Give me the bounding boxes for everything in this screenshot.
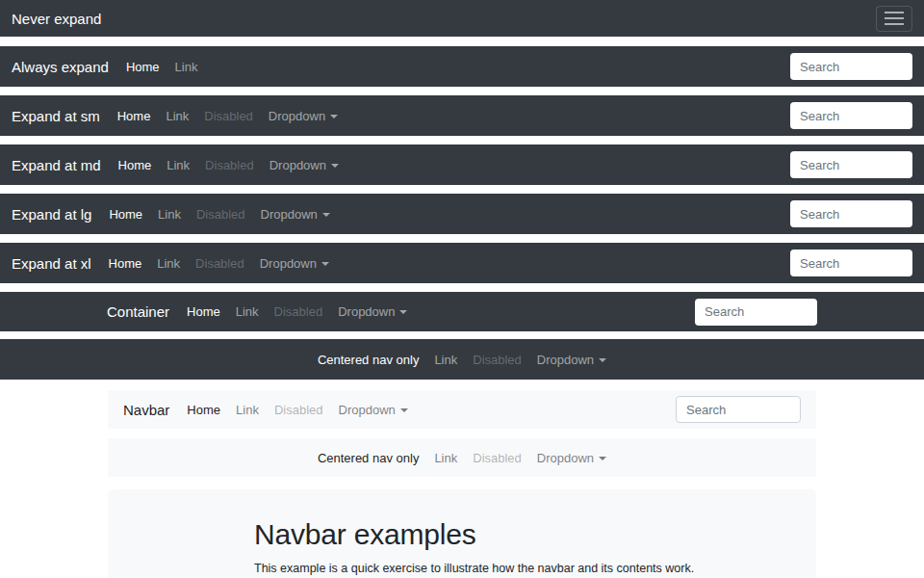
search-input[interactable] xyxy=(790,250,912,276)
jumbotron: Navbar examples This example is a quick … xyxy=(108,489,816,578)
nav-link-disabled: Disabled xyxy=(465,353,529,367)
chevron-down-icon xyxy=(399,310,407,314)
navbar-container: Container Home Link Disabled Dropdown xyxy=(0,292,924,331)
nav-list: Home Link Disabled Dropdown xyxy=(179,304,415,319)
nav-link-disabled: Disabled xyxy=(189,207,253,222)
nav-dropdown-toggle[interactable]: Dropdown xyxy=(529,353,614,367)
navbar-toggler-button[interactable] xyxy=(876,6,912,32)
chevron-down-icon xyxy=(599,358,606,362)
nav-link-home[interactable]: Home xyxy=(179,403,228,417)
chevron-down-icon xyxy=(321,262,329,266)
nav-dropdown-toggle[interactable]: Dropdown xyxy=(331,403,416,417)
chevron-down-icon xyxy=(331,164,339,168)
nav-list: Home Link Disabled Dropdown xyxy=(179,403,415,417)
nav-dropdown-toggle[interactable]: Dropdown xyxy=(529,451,614,465)
nav-list: Centered nav only Link Disabled Dropdown xyxy=(310,451,614,465)
search-input[interactable] xyxy=(790,200,912,227)
brand-expand-sm[interactable]: Expand at sm xyxy=(12,108,100,124)
nav-link-home[interactable]: Home xyxy=(101,207,150,222)
brand-always-expand[interactable]: Always expand xyxy=(12,59,109,75)
brand-navbar[interactable]: Navbar xyxy=(123,402,169,418)
nav-link-disabled: Disabled xyxy=(267,403,331,417)
nav-list: Home Link Disabled Dropdown xyxy=(111,158,346,172)
nav-link-home[interactable]: Home xyxy=(118,60,167,74)
chevron-down-icon xyxy=(330,115,338,118)
navbar-expand-md: Expand at md Home Link Disabled Dropdown xyxy=(0,144,924,185)
brand-container[interactable]: Container xyxy=(107,303,169,320)
nav-link-disabled: Disabled xyxy=(188,256,252,271)
nav-link-link[interactable]: Link xyxy=(228,403,267,417)
search-input[interactable] xyxy=(790,53,912,80)
nav-link-link[interactable]: Link xyxy=(150,207,189,222)
nav-list: Home Link Disabled Dropdown xyxy=(110,109,346,123)
nav-link-home[interactable]: Home xyxy=(111,158,160,172)
chevron-down-icon xyxy=(322,213,330,217)
nav-dropdown-toggle[interactable]: Dropdown xyxy=(253,207,338,222)
navbar-centered-dark: Centered nav only Link Disabled Dropdown xyxy=(0,339,924,380)
nav-link-disabled: Disabled xyxy=(197,158,262,172)
brand-expand-lg[interactable]: Expand at lg xyxy=(12,206,91,223)
chevron-down-icon xyxy=(400,408,408,412)
nav-link-disabled: Disabled xyxy=(196,109,261,123)
nav-link-disabled: Disabled xyxy=(267,304,331,319)
search-input[interactable] xyxy=(790,151,912,178)
nav-link-home[interactable]: Home xyxy=(179,304,228,319)
intro-paragraph: This example is a quick exercise to illu… xyxy=(254,560,706,578)
search-input[interactable] xyxy=(695,299,817,326)
nav-dropdown-toggle[interactable]: Dropdown xyxy=(330,304,415,319)
nav-link-home[interactable]: Home xyxy=(101,256,150,271)
nav-list: Home Link xyxy=(118,60,206,74)
chevron-down-icon xyxy=(599,457,606,460)
navbar-container-inner: Container Home Link Disabled Dropdown xyxy=(107,299,817,326)
navbar-never-expand: Never expand xyxy=(0,0,924,37)
nav-link-link[interactable]: Link xyxy=(228,304,267,319)
nav-link-link[interactable]: Link xyxy=(426,353,465,367)
search-input[interactable] xyxy=(676,396,801,423)
nav-dropdown-toggle[interactable]: Dropdown xyxy=(252,256,337,271)
navbar-centered-light: Centered nav only Link Disabled Dropdown xyxy=(108,438,816,477)
nav-link-centered-nav-only[interactable]: Centered nav only xyxy=(310,451,427,465)
nav-link-link[interactable]: Link xyxy=(149,256,188,271)
navbar-expand-lg: Expand at lg Home Link Disabled Dropdown xyxy=(0,194,924,234)
navbar-light: Navbar Home Link Disabled Dropdown xyxy=(108,390,816,429)
nav-link-disabled: Disabled xyxy=(465,451,529,465)
navbar-expand-xl: Expand at xl Home Link Disabled Dropdown xyxy=(0,243,924,283)
nav-list: Centered nav only Link Disabled Dropdown xyxy=(310,353,614,367)
nav-list: Home Link Disabled Dropdown xyxy=(101,256,337,271)
nav-link-link[interactable]: Link xyxy=(426,451,465,465)
nav-link-link[interactable]: Link xyxy=(159,158,197,172)
nav-link-link[interactable]: Link xyxy=(167,60,206,74)
nav-link-home[interactable]: Home xyxy=(110,109,159,123)
nav-link-centered-nav-only[interactable]: Centered nav only xyxy=(310,353,427,367)
page-title: Navbar examples xyxy=(254,518,706,551)
content-column: Navbar examples This example is a quick … xyxy=(254,518,706,578)
nav-dropdown-toggle[interactable]: Dropdown xyxy=(261,109,346,123)
navbar-expand-sm: Expand at sm Home Link Disabled Dropdown xyxy=(0,95,924,136)
nav-dropdown-toggle[interactable]: Dropdown xyxy=(262,158,346,172)
nav-list: Home Link Disabled Dropdown xyxy=(101,207,337,222)
nav-link-link[interactable]: Link xyxy=(158,109,196,123)
hamburger-icon xyxy=(885,12,904,13)
brand-expand-md[interactable]: Expand at md xyxy=(12,157,101,173)
brand-never-expand[interactable]: Never expand xyxy=(12,11,101,27)
search-input[interactable] xyxy=(790,102,912,129)
brand-expand-xl[interactable]: Expand at xl xyxy=(12,255,91,272)
navbar-always-expand: Always expand Home Link xyxy=(0,46,924,87)
